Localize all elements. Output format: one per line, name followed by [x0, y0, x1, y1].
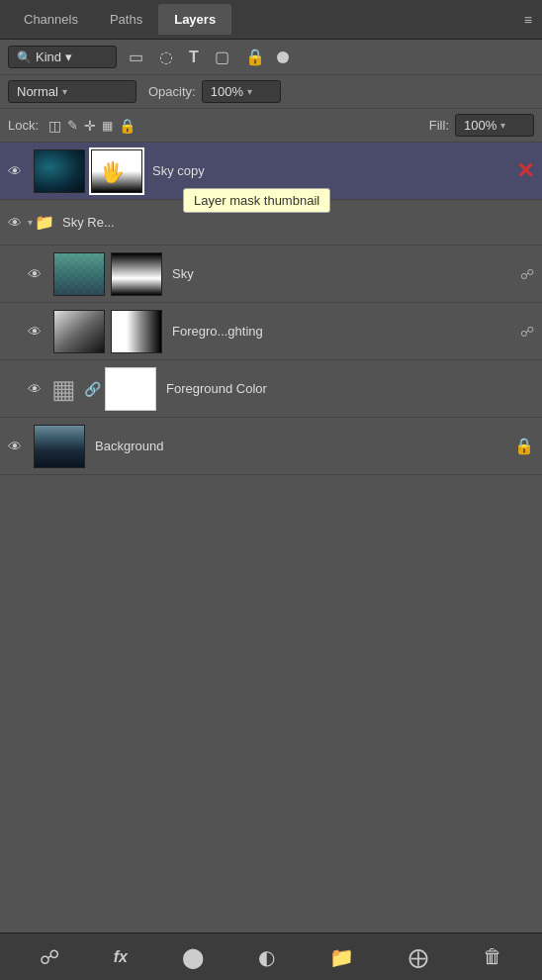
visibility-icon-fg-color[interactable]: 👁 — [28, 381, 47, 397]
visibility-icon-foregro[interactable]: 👁 — [28, 324, 47, 340]
lock-all-icon[interactable]: 🔒 — [119, 118, 136, 134]
layer-thumb-sky-copy — [34, 149, 85, 193]
fill-label: Fill: — [429, 118, 449, 133]
lock-position-icon[interactable]: ✛ — [84, 118, 96, 134]
mask-thumb-sky-copy[interactable]: 🖐 — [91, 149, 142, 193]
layer-row-sky[interactable]: 👁 Sky ☍ — [0, 245, 542, 303]
link-icon-sky[interactable]: ☍ — [520, 266, 534, 282]
layer-row-sky-retouching[interactable]: 👁 ▾ 📁 Sky Re... — [0, 200, 542, 245]
delete-layer-icon[interactable]: 🗑 — [475, 941, 510, 972]
visibility-icon-bg[interactable]: 👁 — [8, 439, 28, 454]
delete-icon-sky-copy[interactable]: ✕ — [516, 160, 534, 182]
smart-object-icon[interactable]: 🔒 — [241, 46, 269, 68]
link-chain-icon: 🔗 — [84, 381, 101, 397]
group-folder-icon: 📁 — [35, 213, 54, 232]
opacity-value-text: 100% — [211, 84, 243, 99]
visibility-icon-sky-group[interactable]: 👁 — [8, 215, 28, 231]
new-group-icon[interactable]: 📁 — [321, 941, 362, 973]
kind-dropdown[interactable]: 🔍 Kind ▾ — [8, 46, 117, 68]
blend-mode-label: Normal — [17, 84, 58, 99]
lock-row: Lock: ◫ ✎ ✛ ▦ 🔒 Fill: 100% ▾ — [0, 109, 542, 143]
pixel-icon[interactable] — [277, 51, 289, 63]
opacity-label: Opacity: — [148, 84, 196, 99]
search-icon: 🔍 — [17, 50, 32, 64]
layers-list: 👁 🖐 Sky copy ✕ Layer mask thumbnail 👁 ▾ … — [0, 143, 542, 927]
lock-paint-icon[interactable]: ✎ — [67, 118, 78, 133]
blend-mode-dropdown[interactable]: Normal ▾ — [8, 80, 136, 103]
adjustment-icon[interactable]: ◌ — [155, 46, 177, 68]
mask-thumb-sky[interactable] — [111, 252, 162, 296]
kind-toolbar-row: 🔍 Kind ▾ ▭ ◌ T ▢ 🔒 — [0, 40, 542, 75]
new-adjustment-icon[interactable]: ⬤ — [174, 941, 212, 973]
image-icon[interactable]: ▭ — [125, 46, 147, 68]
lock-artboard-icon[interactable]: ▦ — [102, 119, 113, 133]
fx-bottom-icon[interactable]: fx — [106, 944, 136, 970]
group-expand-arrow[interactable]: ▾ — [28, 217, 33, 228]
mask-thumb-fg-color[interactable] — [105, 367, 156, 411]
new-layer-icon[interactable]: ⨁ — [401, 941, 436, 973]
visibility-icon-sky-copy[interactable]: 👁 — [8, 163, 28, 179]
layer-row-background[interactable]: 👁 Background 🔒 — [0, 418, 542, 475]
layer-name-sky-group: Sky Re... — [62, 215, 534, 230]
fill-chevron: ▾ — [500, 120, 505, 131]
bottom-bar: ☍ fx ⬤ ◐ 📁 ⨁ 🗑 — [0, 932, 542, 980]
layer-thumb-foregro — [53, 310, 105, 353]
layer-row-foregro[interactable]: 👁 Foregro...ghting ☍ — [0, 303, 542, 360]
mask-thumb-foregro[interactable] — [111, 310, 162, 353]
kind-chevron: ▾ — [65, 49, 72, 64]
layer-thumb-bg — [34, 425, 85, 468]
link-bottom-icon[interactable]: ☍ — [32, 941, 67, 973]
half-circle-bottom-icon[interactable]: ◐ — [250, 941, 283, 973]
tab-bar: Channels Paths Layers ≡ — [0, 0, 542, 40]
kind-label: Kind — [36, 49, 61, 64]
layer-row-foreground-color[interactable]: 👁 ▦ 🔗 Foreground Color — [0, 360, 542, 418]
link-icon-foregro[interactable]: ☍ — [520, 324, 534, 340]
blend-mode-chevron: ▾ — [62, 86, 67, 97]
type-icon[interactable]: T — [185, 47, 203, 68]
blend-opacity-row: Normal ▾ Opacity: 100% ▾ — [0, 75, 542, 109]
adjustment-grid-icon: ▦ — [51, 376, 76, 402]
fill-dropdown[interactable]: 100% ▾ — [455, 114, 534, 137]
layer-name-sky: Sky — [172, 266, 520, 281]
layer-row-sky-copy[interactable]: 👁 🖐 Sky copy ✕ Layer mask thumbnail — [0, 143, 542, 200]
layer-name-bg: Background — [95, 439, 514, 453]
tab-paths[interactable]: Paths — [94, 4, 158, 35]
layer-thumb-sky — [53, 252, 105, 296]
lock-transparent-icon[interactable]: ◫ — [48, 118, 61, 134]
lock-layer-icon-bg: 🔒 — [514, 437, 534, 455]
layer-name-fg-color: Foreground Color — [166, 381, 534, 396]
fill-value-text: 100% — [464, 118, 497, 133]
shape-icon[interactable]: ▢ — [211, 46, 233, 68]
layer-name-foregro: Foregro...ghting — [172, 324, 520, 339]
visibility-icon-sky[interactable]: 👁 — [28, 266, 47, 282]
tab-layers[interactable]: Layers — [158, 4, 231, 35]
layer-name-sky-copy: Sky copy — [152, 163, 508, 178]
panel-menu-icon[interactable]: ≡ — [524, 12, 532, 28]
opacity-chevron: ▾ — [247, 86, 252, 97]
lock-label: Lock: — [8, 118, 39, 133]
opacity-dropdown[interactable]: 100% ▾ — [202, 80, 281, 103]
tab-channels[interactable]: Channels — [8, 4, 94, 35]
cursor-hand-icon: 🖐 — [100, 160, 125, 184]
